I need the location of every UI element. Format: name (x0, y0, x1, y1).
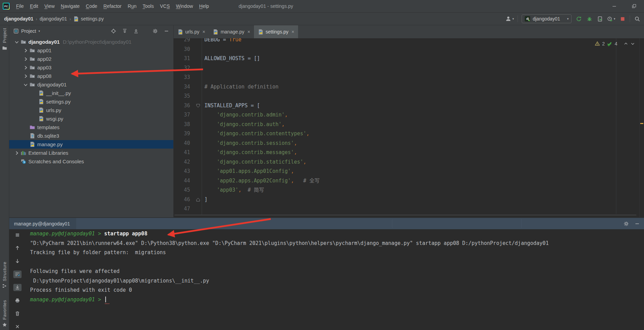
tool-stripe-structure[interactable]: Structure (0, 262, 9, 288)
editor-tab-urls-py[interactable]: urls.py× (174, 25, 209, 38)
tree-toggle[interactable] (22, 65, 29, 70)
gear-icon[interactable] (623, 221, 629, 226)
fold-region-end-icon[interactable] (196, 197, 200, 202)
tree-toggle[interactable] (13, 39, 20, 45)
tab-close-icon[interactable]: × (202, 29, 205, 35)
line-number[interactable]: 45 (174, 185, 190, 195)
tree-toggle[interactable] (22, 48, 29, 53)
tab-close-icon[interactable]: × (292, 29, 294, 35)
tree-item-app03[interactable]: app03 (9, 63, 173, 72)
profiler-button[interactable]: ▾ (607, 16, 615, 22)
line-number[interactable]: 46 (174, 195, 190, 205)
warning-stripe-mark[interactable] (640, 123, 643, 124)
line-number[interactable]: 47 (174, 204, 190, 214)
run-button[interactable] (575, 15, 582, 22)
debug-button[interactable] (586, 15, 593, 22)
menu-edit[interactable]: Edit (27, 0, 41, 12)
tree-toggle[interactable] (22, 82, 29, 87)
run-configuration-select[interactable]: dj djangoday01 ▾ (522, 14, 572, 23)
error-stripe[interactable] (639, 38, 644, 217)
breadcrumb-package[interactable]: djangoday01 (40, 16, 67, 22)
tree-item-external-libraries[interactable]: External Libraries (9, 149, 173, 157)
stop-button[interactable] (619, 15, 626, 22)
tree-item-djangoday01[interactable]: djangoday01D:\pythonProject\djangoday01 (9, 38, 173, 46)
tree-item-manage-py[interactable]: manage.py (9, 140, 173, 149)
menu-view[interactable]: View (41, 0, 58, 12)
tree-item-app08[interactable]: app08 (9, 72, 173, 80)
tree-item-app02[interactable]: app02 (9, 55, 173, 63)
locate-file-button[interactable] (110, 28, 117, 35)
clear-all-button[interactable] (13, 310, 22, 317)
collapse-all-button[interactable] (133, 28, 139, 35)
horizontal-scrollbar[interactable] (174, 215, 636, 216)
tree-toggle[interactable] (22, 56, 29, 62)
expand-all-button[interactable] (121, 28, 128, 35)
tree-item-app01[interactable]: app01 (9, 46, 173, 55)
run-tab[interactable]: manage.py@djangoday01 (9, 218, 76, 229)
project-panel-title[interactable]: Project (21, 28, 36, 34)
line-number[interactable]: 33 (174, 73, 190, 82)
tool-stripe-favorites[interactable]: Favorites (0, 300, 9, 327)
next-occurrence-button[interactable] (13, 258, 22, 265)
menu-navigate[interactable]: Navigate (58, 0, 83, 12)
console-output[interactable]: manage.py@djangoday01 > startapp app08"D… (26, 229, 644, 330)
line-number[interactable]: 29 (174, 38, 190, 45)
restore-button[interactable] (624, 0, 644, 12)
tree-toggle[interactable] (13, 150, 20, 156)
search-everywhere-button[interactable] (634, 15, 641, 22)
tree-item-scratches-and-consoles[interactable]: Scratches and Consoles (9, 157, 173, 166)
line-number[interactable]: 36 (174, 101, 190, 111)
line-number[interactable]: 42 (174, 157, 190, 167)
print-button[interactable] (13, 297, 22, 304)
hide-panel-button[interactable] (163, 28, 170, 35)
line-number[interactable]: 32 (174, 64, 190, 73)
panel-settings-button[interactable] (152, 28, 159, 35)
tree-item--init-py[interactable]: __init__.py (9, 89, 173, 97)
line-number[interactable]: 39 (174, 129, 190, 139)
code-editor[interactable]: 29DEBUG = True3031ALLOWED_HOSTS = []3233… (174, 38, 644, 217)
line-number[interactable]: 40 (174, 139, 190, 148)
line-number[interactable]: 38 (174, 120, 190, 129)
tree-item-settings-py[interactable]: settings.py (9, 97, 173, 106)
scroll-to-end-button[interactable] (13, 284, 22, 291)
prev-occurrence-button[interactable] (13, 244, 22, 251)
stop-button[interactable] (13, 231, 22, 238)
tree-item-db-sqlite3[interactable]: ?db.sqlite3 (9, 132, 173, 140)
user-menu[interactable]: ▾ (505, 16, 514, 22)
breadcrumb-project[interactable]: djangoday01 (4, 16, 33, 22)
line-number[interactable]: 31 (174, 54, 190, 64)
menu-refactor[interactable]: Refactor (100, 0, 125, 12)
menu-run[interactable]: Run (125, 0, 140, 12)
fold-region-start-icon[interactable] (196, 104, 200, 108)
tree-item-templates[interactable]: templates (9, 123, 173, 132)
menu-help[interactable]: Help (196, 0, 212, 12)
minimize-button[interactable] (604, 0, 624, 12)
line-number[interactable]: 35 (174, 92, 190, 101)
menu-code[interactable]: Code (83, 0, 100, 12)
menu-vcs[interactable]: VCS (157, 0, 173, 12)
tool-stripe-project[interactable]: Project (0, 28, 9, 51)
menu-tools[interactable]: Tools (139, 0, 157, 12)
soft-wrap-button[interactable] (13, 271, 22, 278)
run-with-coverage-button[interactable] (596, 15, 603, 22)
line-number[interactable]: 34 (174, 82, 190, 92)
tree-toggle[interactable] (22, 73, 29, 79)
tree-item-djangoday01[interactable]: djangoday01 (9, 80, 173, 89)
close-button[interactable] (13, 323, 22, 330)
editor-tab-manage-py[interactable]: manage.py× (209, 25, 254, 38)
inspections-widget[interactable]: 2 4 (595, 41, 635, 46)
hide-icon[interactable] (634, 221, 640, 226)
breadcrumb-file[interactable]: settings.py (73, 16, 104, 22)
tree-item-urls-py[interactable]: urls.py (9, 106, 173, 114)
line-number[interactable]: 43 (174, 167, 190, 176)
line-number[interactable]: 44 (174, 176, 190, 186)
menu-file[interactable]: File (13, 0, 27, 12)
editor-tab-settings-py[interactable]: settings.py× (254, 25, 298, 38)
line-number[interactable]: 41 (174, 148, 190, 157)
tab-close-icon[interactable]: × (247, 29, 250, 35)
menu-window[interactable]: Window (173, 0, 196, 12)
line-number[interactable]: 37 (174, 110, 190, 120)
line-number[interactable]: 30 (174, 45, 190, 54)
next-problem-icon[interactable] (630, 41, 635, 46)
tree-item-wsgi-py[interactable]: wsgi.py (9, 114, 173, 123)
